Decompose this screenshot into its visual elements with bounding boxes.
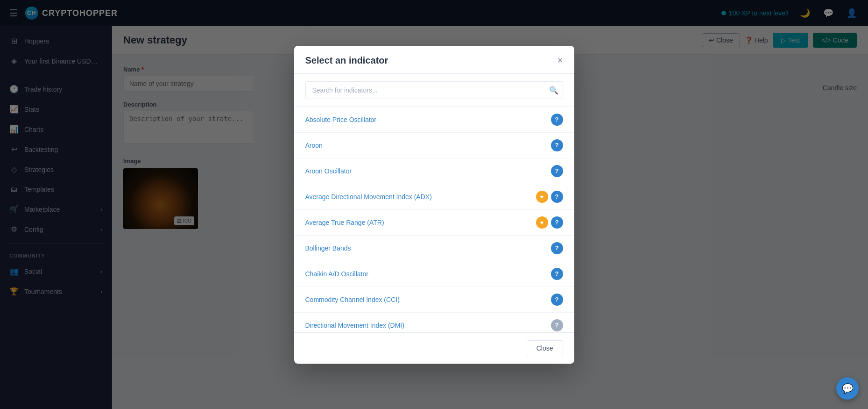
indicator-list: Absolute Price Oscillator?Aroon?Aroon Os… <box>294 107 574 332</box>
favorite-star-button[interactable]: ★ <box>536 191 548 203</box>
search-wrapper: 🔍 <box>294 74 574 107</box>
indicator-modal: Select an indicator × 🔍 Absolute Price O… <box>294 46 574 364</box>
modal-title: Select an indicator <box>305 55 388 66</box>
chat-bubble-button[interactable]: 💬 <box>836 377 859 400</box>
indicator-list-item[interactable]: Commodity Channel Index (CCI)? <box>294 287 574 313</box>
indicator-list-item[interactable]: Aroon Oscillator? <box>294 158 574 184</box>
indicator-name: Aroon <box>305 142 323 149</box>
indicator-actions: ? <box>551 114 563 126</box>
help-circle-button[interactable]: ? <box>551 191 563 203</box>
help-circle-button[interactable]: ? <box>551 294 563 306</box>
indicator-name: Bollinger Bands <box>305 244 351 252</box>
indicator-actions: ? <box>551 165 563 177</box>
indicator-actions: ? <box>551 319 563 331</box>
indicator-name: Average True Range (ATR) <box>305 219 384 226</box>
search-submit-button[interactable]: 🔍 <box>549 86 558 94</box>
indicator-list-item[interactable]: Absolute Price Oscillator? <box>294 107 574 133</box>
indicator-list-item[interactable]: Aroon? <box>294 133 574 158</box>
help-circle-button[interactable]: ? <box>551 319 563 331</box>
help-circle-button[interactable]: ? <box>551 139 563 151</box>
modal-body: Absolute Price Oscillator?Aroon?Aroon Os… <box>294 107 574 332</box>
help-circle-button[interactable]: ? <box>551 216 563 229</box>
indicator-actions: ? <box>551 242 563 254</box>
indicator-list-item[interactable]: Directional Movement Index (DMI)? <box>294 313 574 332</box>
help-circle-button[interactable]: ? <box>551 268 563 280</box>
indicator-name: Directional Movement Index (DMI) <box>305 322 404 329</box>
indicator-name: Commodity Channel Index (CCI) <box>305 296 400 303</box>
indicator-name: Chaikin A/D Oscillator <box>305 270 368 278</box>
help-circle-button[interactable]: ? <box>551 114 563 126</box>
modal-header: Select an indicator × <box>294 46 574 74</box>
indicator-list-item[interactable]: Average Directional Movement Index (ADX)… <box>294 184 574 210</box>
indicator-actions: ? <box>551 268 563 280</box>
indicator-list-item[interactable]: Average True Range (ATR)★? <box>294 210 574 236</box>
indicator-actions: ★? <box>536 191 563 203</box>
indicator-list-item[interactable]: Chaikin A/D Oscillator? <box>294 261 574 287</box>
modal-close-x-button[interactable]: × <box>557 56 563 65</box>
help-circle-button[interactable]: ? <box>551 165 563 177</box>
indicator-search-input[interactable] <box>305 81 563 99</box>
modal-overlay[interactable]: Select an indicator × 🔍 Absolute Price O… <box>0 0 868 409</box>
indicator-list-item[interactable]: Bollinger Bands? <box>294 236 574 261</box>
indicator-actions: ★? <box>536 216 563 229</box>
indicator-actions: ? <box>551 294 563 306</box>
favorite-star-button[interactable]: ★ <box>536 216 548 229</box>
modal-close-button[interactable]: Close <box>527 340 563 356</box>
indicator-name: Aroon Oscillator <box>305 167 352 175</box>
indicator-name: Average Directional Movement Index (ADX) <box>305 193 432 201</box>
indicator-name: Absolute Price Oscillator <box>305 116 377 123</box>
help-circle-button[interactable]: ? <box>551 242 563 254</box>
modal-footer: Close <box>294 332 574 364</box>
indicator-actions: ? <box>551 139 563 151</box>
